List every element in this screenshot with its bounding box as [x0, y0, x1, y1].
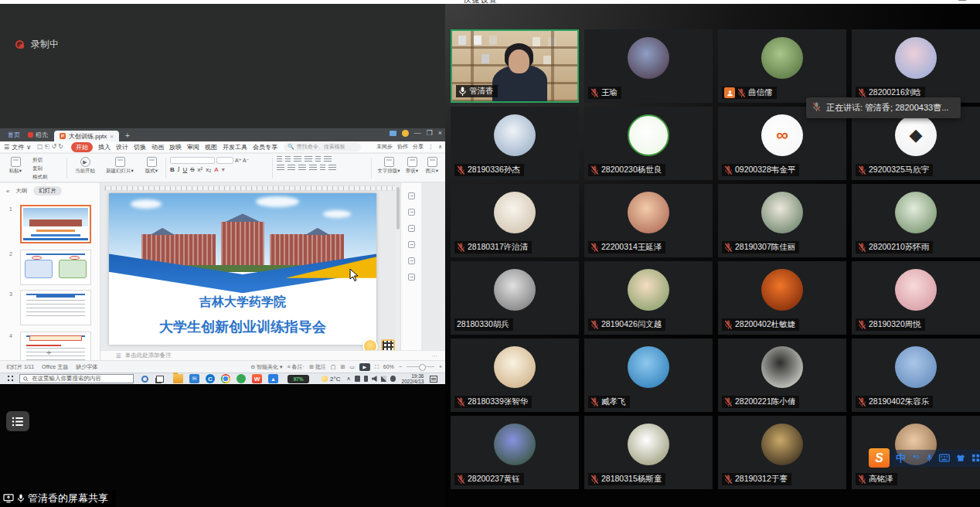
participant-tile[interactable]: 28200230杨世良	[584, 107, 713, 180]
greenapp-app-icon[interactable]	[236, 374, 246, 383]
add-slide-button[interactable]: +	[46, 348, 51, 357]
participant-tile[interactable]: 28190312于謇	[718, 416, 846, 489]
participant-tile[interactable]: 28190320周悦	[852, 261, 980, 335]
theme-label[interactable]: Office 主题	[42, 363, 68, 371]
view-sorter-icon[interactable]: ⊞	[340, 364, 345, 370]
usb-tray-icon[interactable]	[390, 376, 396, 382]
window-minimize-button[interactable]: —	[414, 130, 421, 137]
participant-list-toggle[interactable]	[6, 411, 29, 431]
canvas-scrollbar[interactable]	[396, 185, 400, 357]
new-slide-button[interactable]: 新建幻灯片▾	[102, 154, 138, 175]
wps-menu-4[interactable]: 切换	[134, 143, 146, 151]
comments-toggle[interactable]: ⊞ 批注	[309, 363, 326, 371]
window-close-button[interactable]: ×	[438, 130, 442, 137]
missing-font-warning[interactable]: 缺少字体	[76, 363, 97, 371]
wps-menu-10[interactable]: 会员专享	[253, 143, 277, 151]
slides-tab[interactable]: 幻灯片	[33, 186, 62, 196]
slide-thumbnail-1[interactable]	[20, 205, 91, 243]
window-restore-button[interactable]: ❐	[427, 130, 433, 137]
participant-tile[interactable]: 28180315杨斯童	[584, 416, 713, 489]
layout-button[interactable]: 版式▾	[141, 154, 162, 175]
collaborate-button[interactable]: 协作	[397, 143, 408, 151]
notes-more-icon[interactable]: ⋯	[432, 352, 438, 359]
taskbar-clock[interactable]: 19:36 2022/4/13	[402, 373, 424, 384]
view-normal-icon[interactable]: ▢	[331, 364, 336, 370]
sogou-phrase-icon[interactable]	[912, 454, 920, 463]
beautify-button[interactable]: ⊖ 智能美化 ▾	[250, 363, 282, 371]
sogou-skin-icon[interactable]	[956, 454, 965, 462]
wps-menu-5[interactable]: 动画	[151, 143, 164, 151]
participant-tile[interactable]: 28180317许治清	[451, 184, 579, 257]
panel-collapse-icon[interactable]: «	[6, 188, 9, 195]
participant-tile[interactable]: 28190426闫文越	[584, 261, 713, 335]
sogou-toolbox-icon[interactable]	[971, 454, 980, 462]
sogou-logo-icon[interactable]: S	[869, 448, 890, 468]
participant-tile[interactable]: 28180330胡兵	[451, 261, 579, 335]
display-tray-icon[interactable]	[355, 376, 360, 382]
participant-tile[interactable]: 曲信儒	[718, 29, 846, 103]
mail-app-icon[interactable]: ✉	[189, 374, 199, 383]
zoom-slider[interactable]	[407, 366, 434, 367]
ime-chinese-mode[interactable]: 中	[896, 451, 906, 465]
participant-tile[interactable]: 28200216刘晗	[852, 29, 980, 103]
shapes-button[interactable]: 形状▾	[403, 154, 420, 175]
participant-tile[interactable]: 28200237黄钰	[451, 416, 579, 489]
slide-thumbnail-3[interactable]	[20, 290, 91, 325]
action-center-icon[interactable]	[430, 376, 437, 383]
share-button[interactable]: 分享	[413, 143, 424, 151]
slideshow-play-button[interactable]: ▶	[359, 363, 370, 371]
zoom-out-button[interactable]: −	[399, 364, 402, 369]
slide-thumbnail-4[interactable]	[20, 332, 91, 362]
notes-toggle[interactable]: ≡ 备注·	[288, 363, 305, 371]
participant-tile[interactable]: 28190307陈佳丽	[718, 184, 846, 257]
quick-access-toolbar[interactable]: ▢ ⎗ ↺ ↻	[37, 143, 63, 151]
zoom-level[interactable]: 60%	[383, 364, 394, 369]
participant-tile[interactable]: 28200402杜敏婕	[718, 261, 846, 335]
cortana-icon[interactable]	[141, 376, 148, 383]
wps-guide-icon[interactable]	[390, 131, 396, 136]
sogou-voice-icon[interactable]	[926, 453, 933, 463]
paragraph-group[interactable]	[277, 154, 368, 171]
participant-tile[interactable]: 臧孝飞	[584, 339, 713, 412]
start-button[interactable]	[6, 376, 13, 383]
sogou-input-toolbar[interactable]: S 中	[869, 448, 980, 468]
participant-tile[interactable]: 管清香	[451, 29, 579, 103]
chrome-app-icon[interactable]	[221, 374, 230, 383]
wps-menu-3[interactable]: 设计	[116, 143, 128, 151]
play-from-current-button[interactable]: ▶ 当前开始	[71, 154, 99, 175]
slide-thumbnail-2[interactable]	[20, 250, 91, 285]
wps-menu-2[interactable]: 插入	[98, 143, 111, 151]
participant-tile[interactable]: 22200314王延泽	[584, 184, 713, 257]
canvas-side-toolbar[interactable]	[400, 183, 421, 360]
clipboard-group[interactable]: 剪切 复制 格式刷	[32, 157, 48, 181]
wps-menu-9[interactable]: 开发工具	[223, 143, 247, 151]
font-group[interactable]: A⁺ A⁻ B I U S x² x₂ A▾	[170, 154, 269, 173]
edge-app-icon[interactable]: C	[206, 374, 215, 383]
view-reading-icon[interactable]: ▭	[349, 364, 355, 370]
task-view-icon[interactable]	[156, 376, 164, 383]
more-menu-icon[interactable]: ⋮	[428, 144, 434, 150]
account-avatar[interactable]	[402, 130, 409, 137]
command-search-box[interactable]: 🔍查找命令、搜索模板	[284, 143, 361, 151]
collapse-ribbon-icon[interactable]: ∧	[438, 144, 442, 150]
wps-home-tab[interactable]: 首页	[8, 131, 20, 139]
battery-widget[interactable]: 97%	[288, 375, 309, 383]
sync-status[interactable]: 未同步	[376, 143, 393, 151]
participant-tile[interactable]: 王瑜	[584, 29, 713, 103]
wps-menu-7[interactable]: 审阅	[187, 143, 199, 151]
wps-menu-6[interactable]: 放映	[169, 143, 182, 151]
battery-tray-icon[interactable]	[364, 376, 368, 382]
outline-tab[interactable]: 大纲	[15, 187, 27, 195]
participant-tile[interactable]: 28190402朱容乐	[852, 339, 980, 412]
fit-icon[interactable]: ⛶	[375, 364, 379, 370]
network-tray-icon[interactable]	[381, 376, 386, 382]
tray-chevron-icon[interactable]: ∧	[346, 376, 350, 382]
paste-button[interactable]: 粘贴▾	[3, 154, 28, 175]
text-layout-button[interactable]: 文字排版▾	[376, 154, 402, 175]
picture-button[interactable]: 图片▾	[424, 154, 441, 175]
volume-tray-icon[interactable]	[372, 376, 377, 382]
notes-bar[interactable]: ☰ 单击此处添加备注 ⋯	[100, 350, 445, 360]
weather-widget[interactable]: 2°C	[322, 376, 340, 383]
blueapp-app-icon[interactable]: ▲	[268, 374, 278, 383]
participant-tile[interactable]: 28190336孙杰	[451, 107, 579, 180]
